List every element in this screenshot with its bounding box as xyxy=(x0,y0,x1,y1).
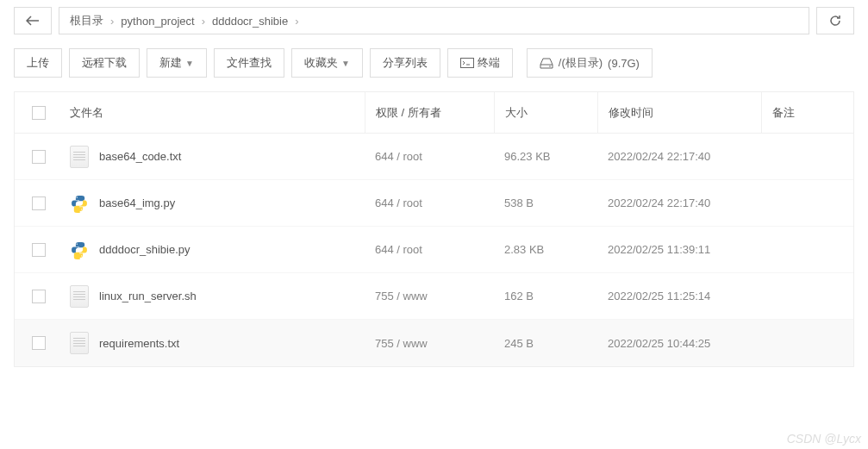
svg-rect-0 xyxy=(460,59,473,68)
arrow-left-icon xyxy=(26,16,40,26)
table-row[interactable]: base64_img.py644 / root538 B2022/02/24 2… xyxy=(15,180,853,227)
file-name[interactable]: linux_run_server.sh xyxy=(99,290,197,302)
breadcrumb-item[interactable]: ddddocr_shibie xyxy=(212,15,288,28)
table-row[interactable]: base64_code.txt644 / root96.23 KB2022/02… xyxy=(15,134,853,180)
favorites-button[interactable]: 收藏夹▼ xyxy=(291,48,363,78)
file-perm: 755 / www xyxy=(365,290,494,302)
file-size: 245 B xyxy=(494,337,597,350)
disk-path: /(根目录) xyxy=(559,55,603,71)
column-time[interactable]: 修改时间 xyxy=(597,92,761,133)
terminal-icon xyxy=(460,58,474,68)
svg-point-1 xyxy=(549,65,551,67)
file-name[interactable]: base64_code.txt xyxy=(99,150,181,163)
file-perm: 644 / root xyxy=(365,243,494,256)
chevron-right-icon: › xyxy=(202,15,205,28)
text-file-icon xyxy=(70,332,89,354)
file-size: 162 B xyxy=(494,290,597,302)
back-button[interactable] xyxy=(14,7,52,34)
file-name[interactable]: requirements.txt xyxy=(99,337,179,350)
new-button[interactable]: 新建▼ xyxy=(147,48,207,78)
text-file-icon xyxy=(70,285,89,308)
column-size[interactable]: 大小 xyxy=(494,92,597,133)
file-table: 文件名 权限 / 所有者 大小 修改时间 备注 base64_code.txt6… xyxy=(14,91,854,367)
row-checkbox[interactable] xyxy=(32,290,46,303)
table-header: 文件名 权限 / 所有者 大小 修改时间 备注 xyxy=(15,92,853,134)
refresh-icon xyxy=(828,14,842,28)
row-checkbox[interactable] xyxy=(32,150,46,164)
chevron-right-icon: › xyxy=(110,15,114,28)
disk-size: (9.7G) xyxy=(608,57,640,70)
upload-button[interactable]: 上传 xyxy=(14,48,62,78)
remote-download-button[interactable]: 远程下载 xyxy=(69,48,140,78)
file-size: 538 B xyxy=(494,196,597,209)
python-icon xyxy=(70,192,89,215)
chevron-down-icon: ▼ xyxy=(341,59,350,68)
file-perm: 644 / root xyxy=(365,196,494,209)
refresh-button[interactable] xyxy=(816,7,854,34)
breadcrumb: 根目录 › python_project › ddddocr_shibie › xyxy=(59,7,809,34)
column-note[interactable]: 备注 xyxy=(761,92,853,133)
file-perm: 644 / root xyxy=(365,150,494,163)
file-size: 2.83 KB xyxy=(494,243,597,256)
row-checkbox[interactable] xyxy=(32,243,46,257)
file-time: 2022/02/24 22:17:40 xyxy=(597,150,761,163)
column-perm[interactable]: 权限 / 所有者 xyxy=(365,92,494,133)
column-name[interactable]: 文件名 xyxy=(63,105,365,121)
table-row[interactable]: ddddocr_shibie.py644 / root2.83 KB2022/0… xyxy=(15,227,853,273)
disk-info[interactable]: /(根目录) (9.7G) xyxy=(527,48,653,78)
terminal-button[interactable]: 终端 xyxy=(447,48,513,78)
file-time: 2022/02/25 10:44:25 xyxy=(597,337,761,350)
share-list-button[interactable]: 分享列表 xyxy=(370,48,440,78)
breadcrumb-root[interactable]: 根目录 xyxy=(70,13,103,28)
file-name[interactable]: base64_img.py xyxy=(99,196,175,209)
text-file-icon xyxy=(70,146,89,168)
file-search-button[interactable]: 文件查找 xyxy=(214,48,284,78)
breadcrumb-item[interactable]: python_project xyxy=(121,15,194,28)
select-all-checkbox[interactable] xyxy=(32,106,46,120)
file-name[interactable]: ddddocr_shibie.py xyxy=(99,243,190,256)
table-row[interactable]: requirements.txt755 / www245 B2022/02/25… xyxy=(15,320,853,366)
file-time: 2022/02/24 22:17:40 xyxy=(597,196,761,209)
file-time: 2022/02/25 11:25:14 xyxy=(597,290,761,302)
row-checkbox[interactable] xyxy=(32,196,46,210)
file-time: 2022/02/25 11:39:11 xyxy=(597,243,761,256)
table-row[interactable]: linux_run_server.sh755 / www162 B2022/02… xyxy=(15,273,853,320)
python-icon xyxy=(70,239,89,261)
disk-icon xyxy=(540,57,553,69)
chevron-right-icon: › xyxy=(295,15,298,28)
chevron-down-icon: ▼ xyxy=(185,59,194,68)
row-checkbox[interactable] xyxy=(32,336,46,350)
file-size: 96.23 KB xyxy=(494,150,597,163)
file-perm: 755 / www xyxy=(365,337,494,350)
